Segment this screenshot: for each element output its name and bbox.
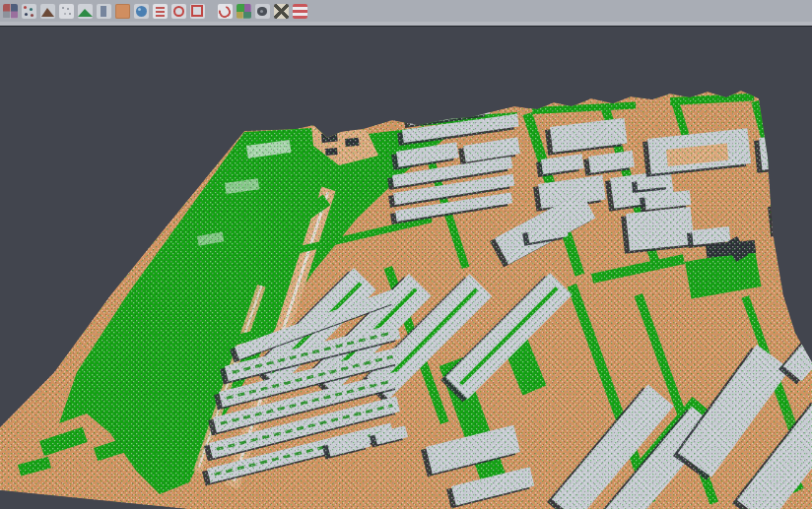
mesh-blob-button[interactable]: [254, 2, 271, 20]
point-cloud-scene: [0, 0, 812, 509]
crop-selection-icon: [190, 4, 205, 19]
flag-stripes-icon: [293, 4, 307, 19]
profile-column-icon: [97, 4, 111, 19]
orthoimage-icon: [115, 4, 130, 19]
lasso-segment-icon: [218, 4, 233, 19]
sparse-points-icon: [59, 4, 74, 19]
classification-grid-button[interactable]: [2, 2, 19, 20]
main-toolbar: [0, 0, 812, 22]
lasso-segment-button[interactable]: [217, 2, 234, 20]
log-list-button[interactable]: [152, 2, 169, 20]
toolbar-edge: [0, 22, 812, 27]
scatter-points-button[interactable]: [21, 2, 37, 20]
terrain-green-icon: [78, 4, 93, 19]
class-colors-icon: [237, 4, 251, 19]
dem-mountain-icon: [40, 4, 55, 19]
flag-stripes-button[interactable]: [292, 2, 308, 20]
3d-viewport[interactable]: [0, 0, 812, 509]
orthoimage-button[interactable]: [114, 2, 131, 20]
log-list-icon: [153, 4, 168, 19]
scatter-points-icon: [22, 4, 36, 19]
classification-grid-icon: [3, 4, 18, 19]
globe-button[interactable]: [133, 2, 150, 20]
target-circle-button[interactable]: [170, 2, 187, 20]
profile-column-button[interactable]: [96, 2, 112, 20]
target-circle-icon: [171, 4, 186, 19]
mesh-blob-icon: [255, 4, 270, 19]
class-colors-button[interactable]: [236, 2, 252, 20]
dem-mountain-button[interactable]: [39, 2, 56, 20]
globe-icon: [134, 4, 149, 19]
crop-selection-button[interactable]: [189, 2, 206, 20]
sparse-points-button[interactable]: [58, 2, 75, 20]
delete-cross-button[interactable]: [273, 2, 290, 20]
delete-cross-icon: [274, 4, 289, 19]
terrain-green-button[interactable]: [77, 2, 94, 20]
